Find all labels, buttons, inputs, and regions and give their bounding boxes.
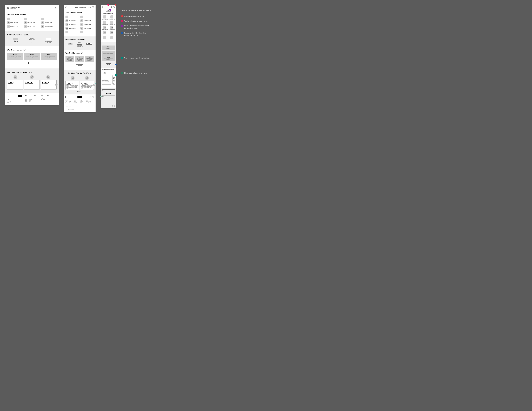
footer-link[interactable]: Travel <box>25 101 27 102</box>
accordion-item-help[interactable]: Help⌄ <box>102 100 115 102</box>
carousel-next-button[interactable]: › <box>55 84 57 86</box>
claim-button[interactable]: CLAIM <box>46 38 51 40</box>
insurance-type-item[interactable]: ICONINSURANCE TYPE <box>109 31 115 35</box>
footer-link[interactable]: Marine <box>69 104 72 104</box>
account-icon[interactable] <box>92 6 94 9</box>
footer-link[interactable]: Health <box>25 100 27 101</box>
footer-link[interactable]: Flood <box>29 100 32 101</box>
footer-link[interactable]: FAQs <box>80 102 84 103</box>
footer-link[interactable]: Auto <box>25 97 27 98</box>
footer-link[interactable]: Flood <box>69 105 72 105</box>
footer-link[interactable]: FAQs <box>41 98 45 98</box>
insurance-type-item[interactable]: ICONINSURANCE TYPE <box>66 23 79 26</box>
search-input[interactable]: ⌕ <box>7 95 17 97</box>
nav-contact[interactable]: Contact <box>88 7 91 8</box>
insurance-type-item[interactable]: ICONINSURANCE TYPE <box>7 18 22 20</box>
insurance-type-item[interactable]: ICONINSURANCE TYPE <box>41 18 57 20</box>
footer-link[interactable]: Pet <box>69 101 72 102</box>
learn-more-button[interactable]: Learn More <box>106 63 111 65</box>
footer-link[interactable]: Life <box>69 102 72 103</box>
footer-link[interactable]: Auto <box>66 101 68 102</box>
insurance-type-item[interactable]: ICONINSURANCE TYPE <box>80 16 94 18</box>
footer-link[interactable]: Marine <box>29 99 32 100</box>
learn-more-button[interactable]: Learn More <box>28 62 35 64</box>
claim-button[interactable]: CLAIM <box>86 43 92 45</box>
carousel-next-button[interactable]: › <box>93 84 95 87</box>
logo[interactable]: INSURANCEFUL A KAUS COMPANY <box>7 7 20 9</box>
logo-icon[interactable] <box>102 6 103 8</box>
nav-about[interactable]: About <box>75 7 77 8</box>
help-chat[interactable]: CHAT Live Chat <box>66 42 75 47</box>
call-phone[interactable]: 888-583-4000 <box>24 39 40 40</box>
insurance-type-item[interactable]: ICONINSURANCE TYPE <box>109 21 115 25</box>
facebook-icon[interactable]: f <box>92 96 94 98</box>
search-input[interactable]: ⌕ <box>66 96 77 98</box>
insurance-type-item[interactable]: ICONINSURANCE TYPE <box>24 25 39 28</box>
nav-contact[interactable]: Contact <box>49 8 53 9</box>
footer-link[interactable]: Careers <box>34 97 39 98</box>
insurance-type-item[interactable]: ICONINSURANCE TYPE <box>80 23 94 26</box>
footer-link[interactable]: More <box>69 106 72 107</box>
footer-link[interactable]: Terms & Conditions <box>48 98 54 98</box>
insurance-type-item[interactable]: ICONINSURANCE TYPE <box>7 25 22 28</box>
accordion-item-plans[interactable]: Plans⌄ <box>102 96 115 98</box>
insurance-type-more[interactable]: ICONFIND MORE INSURANCE <box>80 31 94 33</box>
nav-tools[interactable]: Tools & Resources <box>39 8 48 9</box>
footer-link[interactable]: Home <box>66 102 68 103</box>
search-button[interactable]: Search <box>106 93 111 94</box>
logo-icon[interactable] <box>65 6 67 9</box>
insurance-type-item[interactable]: ICONINSURANCE TYPE <box>109 36 115 40</box>
twitter-icon[interactable]: 𝕏 <box>90 96 91 98</box>
search-button[interactable]: Search <box>18 95 22 97</box>
insurance-type-item[interactable]: ICONINSURANCE TYPE <box>24 18 39 20</box>
insurance-type-item[interactable]: ICONINSURANCE TYPE <box>102 31 108 35</box>
nav-tools[interactable]: Tools & Resources <box>79 7 86 8</box>
insurance-type-more[interactable]: ICONFIND MORE INSURANCE <box>41 25 57 28</box>
review-carousel[interactable]: Elyse Jones Lorem ipsum dolor sit amet, … <box>102 75 115 85</box>
insurance-type-item[interactable]: ICONINSURANCE TYPE <box>41 21 57 24</box>
facebook-icon[interactable]: f <box>10 101 11 103</box>
insurance-type-item[interactable]: ICONINSURANCE TYPE <box>102 21 108 25</box>
call-phone[interactable]: 888-583-4000 <box>75 44 84 45</box>
insurance-type-item[interactable]: ICONINSURANCE TYPE <box>109 15 115 20</box>
insurance-type-item[interactable]: ICONINSURANCE TYPE <box>66 27 79 29</box>
account-icon[interactable] <box>55 7 57 9</box>
insurance-type-item[interactable]: ICONINSURANCE TYPE <box>66 19 79 22</box>
footer-link[interactable]: Who is Kaus? <box>34 98 39 98</box>
footer-link[interactable]: Privacy Policy <box>86 101 93 102</box>
account-icon[interactable] <box>113 6 115 8</box>
insurance-type-item[interactable]: ICONINSURANCE TYPE <box>102 36 108 40</box>
insurance-type-item[interactable]: ICONINSURANCE TYPE <box>109 26 115 30</box>
footer-link[interactable]: My Account <box>41 99 45 100</box>
insurance-type-item[interactable]: ICONINSURANCE TYPE <box>80 27 94 29</box>
footer-link[interactable]: Life <box>29 98 32 98</box>
footer-link[interactable]: Terms & Conditions <box>86 102 93 103</box>
insurance-type-item[interactable]: ICONINSURANCE TYPE <box>80 19 94 22</box>
hamburger-menu-icon[interactable] <box>111 6 112 8</box>
footer-link[interactable]: My Account <box>80 104 84 104</box>
insurance-type-item[interactable]: ICONINSURANCE TYPE <box>102 26 108 30</box>
tel-link[interactable]: 888-583-4000 <box>104 7 109 7</box>
carousel-dots[interactable] <box>102 86 115 87</box>
footer-link[interactable]: Rental <box>66 104 68 104</box>
footer-link[interactable]: Privacy Policy <box>48 97 54 98</box>
footer-link[interactable]: Contact <box>80 101 84 102</box>
footer-link[interactable]: Who is Kaus? <box>74 102 78 103</box>
footer-link[interactable]: Health <box>66 105 68 105</box>
footer-link[interactable]: Pet <box>29 97 32 98</box>
insurance-type-item[interactable]: ICONINSURANCE TYPE <box>7 21 22 24</box>
footer-link[interactable]: Travel <box>66 106 68 107</box>
nav-about[interactable]: About <box>35 8 37 9</box>
learn-more-button[interactable]: Learn More <box>76 64 83 66</box>
insurance-type-item[interactable]: ICONINSURANCE TYPE <box>24 21 39 24</box>
twitter-icon[interactable]: 𝕏 <box>7 101 9 103</box>
twitter-icon[interactable]: 𝕏 <box>112 105 113 107</box>
footer-link[interactable]: Rental <box>25 99 27 100</box>
help-chat[interactable]: CHAT Live Chat <box>7 38 24 42</box>
footer-link[interactable]: Home <box>25 98 27 98</box>
carousel-dots[interactable] <box>66 91 94 92</box>
search-input[interactable]: ⌕ <box>102 89 115 91</box>
search-button[interactable]: Search <box>77 96 82 98</box>
footer-link[interactable]: Contact <box>41 97 45 98</box>
footer-link[interactable]: More <box>29 101 32 102</box>
